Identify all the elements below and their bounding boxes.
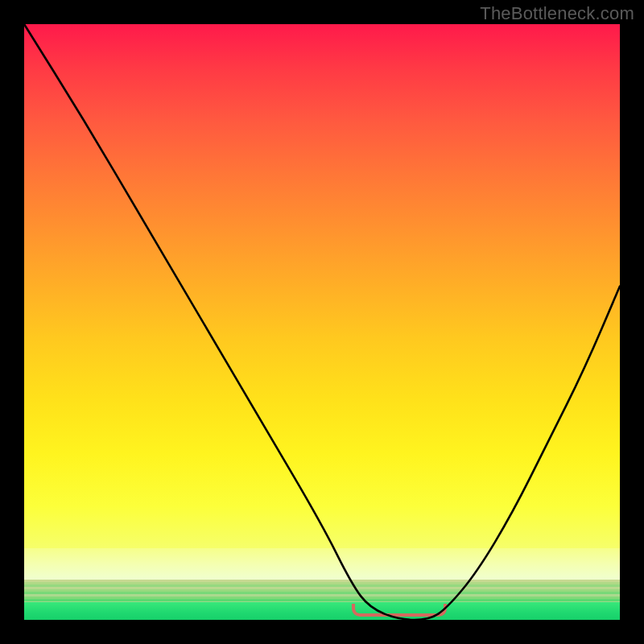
watermark-text: TheBottleneck.com: [480, 3, 634, 24]
plot-area: [24, 24, 620, 620]
chart-frame: TheBottleneck.com: [0, 0, 644, 644]
bottleneck-curve: [24, 24, 620, 620]
